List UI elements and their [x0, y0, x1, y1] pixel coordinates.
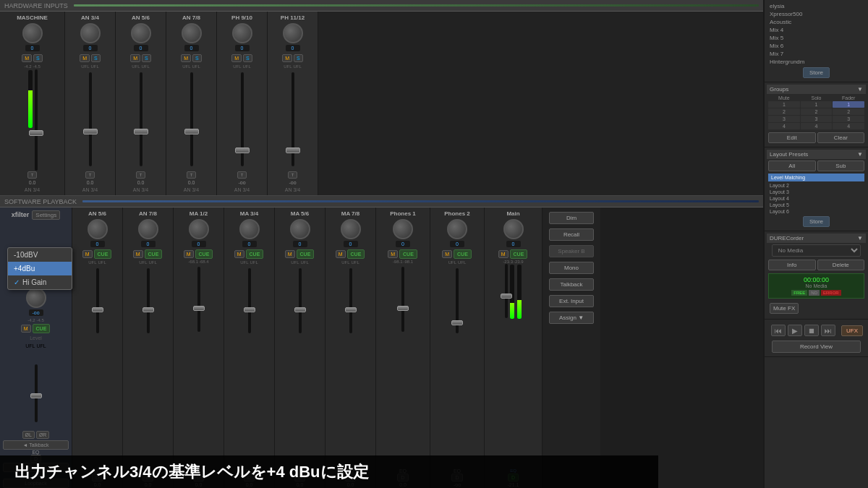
preset-xpressor500[interactable]: Xpressor500 [767, 10, 866, 18]
solo-btn-ph910[interactable]: S [243, 54, 252, 62]
fader-handle-sw-phones2[interactable] [451, 320, 463, 325]
ext-input-button[interactable]: Ext. Input [549, 295, 593, 307]
transport-prev-button[interactable]: ⏮ [771, 325, 786, 336]
groups-cell-4-solo[interactable]: 4 [801, 123, 833, 129]
sw-mute-an78[interactable]: M [133, 250, 143, 258]
preset-acoustic[interactable]: Acoustic [767, 18, 866, 26]
fader-handle-sw-ma34[interactable] [244, 307, 255, 312]
trim-btn-maschine[interactable]: T [27, 171, 38, 179]
groups-cell-3-mute[interactable]: 3 [768, 116, 800, 122]
mute-btn-an34[interactable]: M [80, 54, 90, 62]
knob-an34[interactable] [80, 23, 101, 43]
dropdown-item-plus4dbu[interactable]: +4dBu [8, 262, 72, 275]
cue-btn-phones1[interactable]: CUE [399, 249, 417, 259]
fader-handle-maschine[interactable] [29, 130, 43, 136]
trim-btn-an78[interactable]: T [187, 171, 197, 179]
groups-cell-2-mute[interactable]: 2 [768, 108, 800, 115]
fader-handle-sw-ma78[interactable] [345, 307, 357, 312]
sw-mute-phones2[interactable]: M [442, 250, 452, 258]
fader-handle-sw-ma56[interactable] [294, 307, 306, 312]
mute-btn-an56[interactable]: M [130, 54, 140, 62]
transport-next-button[interactable]: ⏭ [821, 325, 835, 336]
clear-button[interactable]: Clear [817, 132, 865, 143]
sw-knob-an56[interactable] [88, 219, 108, 239]
sw-mute-an56[interactable]: M [82, 250, 93, 258]
preset-mix6[interactable]: Mix 6 [767, 42, 866, 50]
cue-btn-an56[interactable]: CUE [94, 249, 112, 259]
sw-knob-main[interactable] [503, 219, 524, 239]
cue-btn-main[interactable]: CUE [510, 249, 528, 259]
sw-knob-ma34[interactable] [239, 219, 260, 239]
knob-maschine[interactable] [22, 23, 43, 43]
fader-handle-an34[interactable] [83, 129, 98, 134]
phase-r-btn[interactable]: ØR [36, 431, 50, 439]
fader-handle-sw-ma12[interactable] [193, 306, 205, 311]
preset-mix4[interactable]: Mix 4 [767, 26, 866, 34]
sw-mute-ma56[interactable]: M [285, 250, 295, 258]
groups-cell-1-solo[interactable]: 1 [801, 101, 833, 108]
mute-btn-maschine[interactable]: M [22, 54, 32, 62]
mono-button[interactable]: Mono [549, 262, 593, 274]
cue-btn-ma34[interactable]: CUE [246, 249, 264, 259]
level-matching-item[interactable]: Level Matching [768, 174, 864, 181]
sw-knob-ma56[interactable] [290, 219, 310, 239]
info-button[interactable]: Info [768, 260, 816, 270]
layout-item-2[interactable]: Layout 2 [767, 182, 866, 189]
fader-handle-ph910[interactable] [235, 147, 250, 153]
solo-btn-ph1112[interactable]: S [294, 54, 303, 62]
all-button[interactable]: All [768, 160, 816, 171]
transport-play-button[interactable]: ▶ [788, 325, 802, 336]
knob-an56[interactable] [131, 23, 151, 43]
fader-handle-xfilter[interactable] [30, 393, 42, 398]
dropdown-item-higain[interactable]: ✓ Hi Gain [8, 275, 72, 289]
cue-btn-ma12[interactable]: CUE [195, 249, 213, 259]
layout-item-3[interactable]: Layout 3 [767, 189, 866, 195]
mute-fx-button[interactable]: Mute FX [770, 303, 799, 314]
layout-item-5[interactable]: Layout 5 [767, 202, 866, 208]
knob-ph1112[interactable] [283, 23, 303, 43]
cue-btn-phones2[interactable]: CUE [454, 249, 472, 259]
cue-btn-an78[interactable]: CUE [145, 249, 163, 259]
preset-mix5[interactable]: Mix 5 [767, 34, 866, 42]
groups-cell-2-fader[interactable]: 2 [833, 108, 864, 115]
sw-mute-ma78[interactable]: M [336, 250, 346, 258]
mute-btn-ph1112[interactable]: M [282, 54, 292, 62]
sw-mute-ma34[interactable]: M [234, 250, 244, 258]
recall-button[interactable]: Recall [549, 228, 593, 241]
speaker-b-button[interactable]: Speaker B [549, 245, 593, 257]
presets-store-button[interactable]: Store [803, 67, 830, 78]
sw-knob-phones1[interactable] [393, 219, 413, 239]
sw-mute-main[interactable]: M [498, 250, 509, 258]
groups-cell-4-mute[interactable]: 4 [768, 123, 800, 129]
groups-cell-1-fader[interactable]: 1 [833, 101, 864, 108]
sw-mute-ma12[interactable]: M [184, 250, 194, 258]
mute-btn-ph910[interactable]: M [231, 54, 242, 62]
solo-btn-maschine[interactable]: S [33, 54, 43, 62]
dim-button[interactable]: Dim [549, 212, 593, 224]
preset-mix7[interactable]: Mix 7 [767, 50, 866, 58]
sw-knob-an78[interactable] [138, 219, 158, 239]
solo-btn-an34[interactable]: S [91, 54, 101, 62]
sw-knob-ma78[interactable] [341, 219, 361, 239]
knob-xfilter[interactable] [26, 288, 46, 308]
fader-handle-sw-an56[interactable] [92, 307, 103, 312]
groups-cell-3-fader[interactable]: 3 [833, 116, 864, 122]
solo-btn-an56[interactable]: S [142, 54, 151, 62]
cue-btn-ma56[interactable]: CUE [297, 249, 315, 259]
sw-mute-phones1[interactable]: M [388, 250, 398, 258]
sw-knob-ma12[interactable] [189, 219, 209, 239]
ufx-button[interactable]: UFX [841, 325, 863, 336]
talkback-channel-btn[interactable]: ◄ Talkback [3, 440, 69, 450]
assign-button[interactable]: Assign ▼ [549, 312, 593, 324]
delete-button[interactable]: Delete [817, 260, 865, 270]
transport-stop-button[interactable]: ⏹ [804, 325, 819, 336]
preset-hintergrundm[interactable]: Hintergrundm [767, 58, 866, 66]
knob-ph910[interactable] [232, 23, 252, 43]
phase-l-btn[interactable]: ØL [22, 431, 35, 439]
no-media-select[interactable]: No Media [772, 244, 861, 257]
trim-btn-ph910[interactable]: T [237, 171, 247, 179]
fader-handle-an56[interactable] [134, 129, 148, 134]
mute-btn-an78[interactable]: M [181, 54, 191, 62]
trim-btn-an34[interactable]: T [85, 171, 95, 179]
groups-cell-4-fader[interactable]: 4 [833, 123, 864, 129]
